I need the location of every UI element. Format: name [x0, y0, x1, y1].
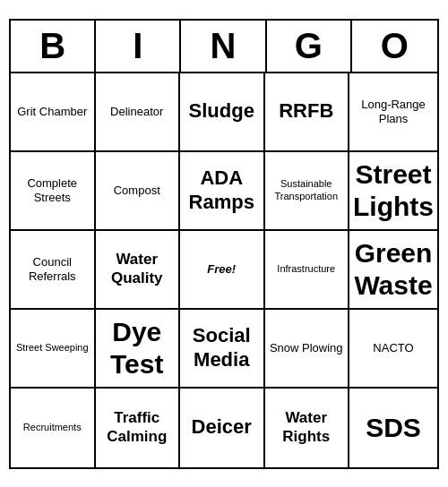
cell-text-7: ADA Ramps [184, 167, 260, 214]
bingo-cell-22: Deicer [180, 389, 265, 467]
bingo-cell-0: Grit Chamber [11, 73, 96, 152]
cell-text-23: Water Rights [269, 409, 345, 446]
cell-text-21: Traffic Calming [99, 409, 176, 446]
cell-text-22: Deicer [192, 415, 252, 439]
cell-text-18: Snow Plowing [270, 341, 343, 355]
bingo-cell-17: Social Media [180, 310, 265, 389]
cell-text-17: Social Media [184, 324, 260, 372]
cell-text-16: Dye Test [99, 316, 176, 380]
cell-text-5: Complete Streets [14, 176, 90, 204]
bingo-grid: Grit ChamberDelineatorSludgeRRFBLong-Ran… [11, 73, 437, 467]
cell-text-15: Street Sweeping [16, 342, 89, 354]
cell-text-0: Grit Chamber [17, 105, 87, 119]
bingo-letter-o: O [352, 21, 437, 72]
bingo-cell-15: Street Sweeping [11, 310, 96, 389]
bingo-letter-n: N [181, 21, 266, 72]
bingo-cell-12: Free! [180, 231, 265, 310]
cell-text-19: NACTO [373, 341, 413, 355]
bingo-cell-13: Infrastructure [265, 231, 350, 310]
bingo-cell-23: Water Rights [265, 389, 350, 467]
bingo-cell-21: Traffic Calming [96, 389, 181, 467]
cell-text-11: Water Quality [99, 251, 176, 287]
bingo-header: BINGO [11, 21, 437, 73]
bingo-cell-7: ADA Ramps [180, 152, 265, 231]
cell-text-10: Council Referrals [14, 255, 90, 283]
cell-text-9: Street Lights [353, 158, 434, 223]
cell-text-3: RRFB [279, 99, 333, 123]
bingo-cell-10: Council Referrals [11, 231, 96, 310]
bingo-cell-24: SDS [349, 389, 437, 467]
cell-text-14: Green Waste [353, 237, 434, 302]
bingo-letter-g: G [267, 21, 352, 72]
bingo-cell-18: Snow Plowing [265, 310, 350, 389]
cell-text-24: SDS [366, 412, 421, 444]
bingo-cell-8: Sustainable Transportation [265, 152, 350, 231]
bingo-cell-19: NACTO [349, 310, 437, 389]
bingo-cell-11: Water Quality [96, 231, 181, 310]
cell-text-12: Free! [207, 262, 236, 277]
bingo-letter-i: I [96, 21, 181, 72]
cell-text-6: Compost [114, 184, 160, 198]
cell-text-8: Sustainable Transportation [269, 178, 345, 201]
bingo-cell-4: Long-Range Plans [349, 73, 437, 152]
bingo-cell-3: RRFB [265, 73, 350, 152]
cell-text-4: Long-Range Plans [353, 98, 434, 125]
bingo-cell-6: Compost [96, 152, 181, 231]
cell-text-1: Delineator [110, 105, 163, 119]
bingo-cell-16: Dye Test [96, 310, 181, 389]
bingo-card: BINGO Grit ChamberDelineatorSludgeRRFBLo… [9, 19, 439, 469]
bingo-cell-5: Complete Streets [11, 152, 96, 231]
bingo-cell-2: Sludge [180, 73, 265, 152]
bingo-cell-1: Delineator [96, 73, 181, 152]
cell-text-2: Sludge [189, 99, 254, 123]
cell-text-20: Recruitments [23, 422, 82, 433]
bingo-cell-9: Street Lights [349, 152, 437, 231]
bingo-cell-20: Recruitments [11, 389, 96, 467]
cell-text-13: Infrastructure [277, 263, 335, 275]
bingo-cell-14: Green Waste [349, 231, 437, 310]
bingo-letter-b: B [11, 21, 96, 72]
